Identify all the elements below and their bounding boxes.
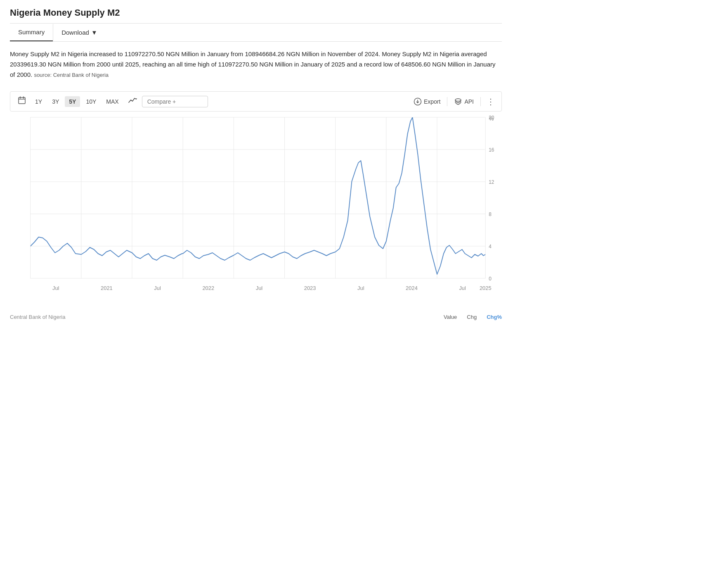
value-label: Value: [444, 314, 457, 320]
chg-pct-label[interactable]: Chg%: [487, 314, 502, 320]
source-name: Central Bank of Nigeria: [53, 72, 109, 78]
source-label: source:: [34, 72, 52, 78]
svg-text:Jul: Jul: [52, 285, 59, 291]
chg-label: Chg: [467, 314, 477, 320]
svg-text:12: 12: [489, 179, 494, 185]
chart-source-label: Central Bank of Nigeria: [10, 314, 65, 320]
period-3y-button[interactable]: 3Y: [48, 96, 63, 107]
chart-type-icon-button[interactable]: [125, 95, 140, 108]
export-button[interactable]: Export: [410, 95, 444, 108]
svg-text:Jul: Jul: [459, 285, 466, 291]
svg-text:16: 16: [489, 147, 494, 153]
api-button[interactable]: API: [451, 95, 477, 108]
chart-controls-bar: 1Y 3Y 5Y 10Y MAX Export API ⋮: [10, 91, 502, 112]
api-label: API: [464, 98, 474, 105]
export-label: Export: [424, 98, 440, 105]
svg-text:0: 0: [489, 276, 492, 282]
svg-text:2025: 2025: [480, 285, 492, 291]
period-1y-button[interactable]: 1Y: [31, 96, 46, 107]
period-5y-button[interactable]: 5Y: [65, 96, 80, 107]
tab-summary[interactable]: Summary: [10, 24, 53, 41]
summary-paragraph: Money Supply M2 in Nigeria increased to …: [10, 49, 502, 80]
calendar-icon-button[interactable]: [14, 94, 29, 109]
page-title: Nigeria Money Supply M2: [10, 7, 502, 24]
svg-text:2023: 2023: [304, 285, 316, 291]
source-text: source: Central Bank of Nigeria: [34, 71, 109, 78]
chart-svg: % 20 16 12 8 4 0 Jul 2021 Jul 2022 Jul 2…: [10, 113, 502, 311]
chart-footer-right: Value Chg Chg%: [444, 314, 502, 320]
chevron-down-icon: ▼: [91, 29, 97, 36]
tab-download[interactable]: Download ▼: [53, 24, 106, 41]
svg-text:2024: 2024: [406, 285, 418, 291]
svg-text:2022: 2022: [202, 285, 214, 291]
chart-footer: Central Bank of Nigeria Value Chg Chg%: [10, 314, 502, 320]
chart-area: % 20 16 12 8 4 0 Jul 2021 Jul 2022 Jul 2…: [10, 113, 502, 311]
svg-point-7: [455, 99, 461, 101]
download-label: Download: [61, 29, 89, 36]
svg-text:Jul: Jul: [154, 285, 161, 291]
svg-text:20: 20: [489, 115, 494, 121]
tabs-row: Summary Download ▼: [10, 24, 502, 42]
more-options-button[interactable]: ⋮: [484, 95, 497, 109]
svg-text:Jul: Jul: [357, 285, 364, 291]
period-max-button[interactable]: MAX: [102, 96, 123, 107]
svg-text:2021: 2021: [101, 285, 113, 291]
svg-text:Jul: Jul: [256, 285, 263, 291]
compare-input[interactable]: [142, 96, 208, 107]
period-10y-button[interactable]: 10Y: [82, 96, 100, 107]
svg-rect-0: [19, 97, 25, 104]
svg-text:4: 4: [489, 244, 492, 249]
svg-text:8: 8: [489, 211, 492, 217]
